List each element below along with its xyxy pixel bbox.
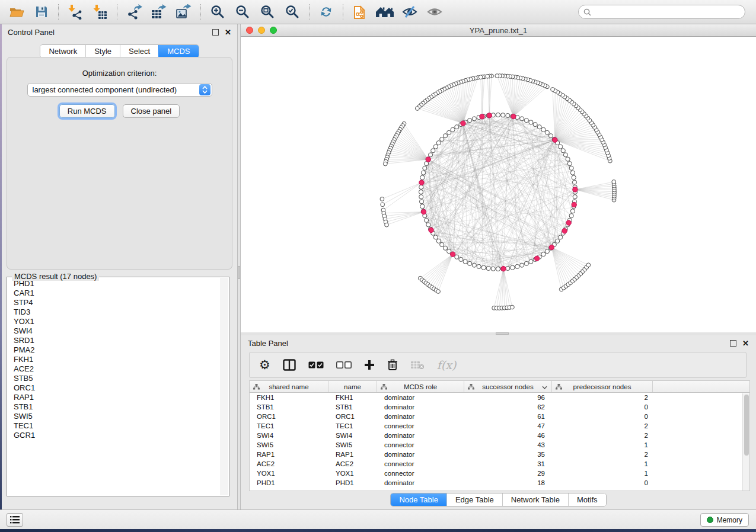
table-toolbar: ⚙ f(x) xyxy=(249,352,747,378)
cell-predecessor-nodes: 0 xyxy=(552,412,653,421)
table-settings-gear-icon[interactable]: ⚙ xyxy=(259,356,270,374)
save-icon[interactable] xyxy=(31,2,52,21)
tab-network[interactable]: Network xyxy=(40,45,85,57)
zoom-out-icon[interactable] xyxy=(232,2,253,21)
result-node-item[interactable]: YOX1 xyxy=(8,317,220,326)
table-header-row: shared namenameMCDS rolesuccessor nodesp… xyxy=(250,381,749,393)
table-row[interactable]: SWI5SWI5connector431 xyxy=(250,440,749,450)
cell-name: ACE2 xyxy=(328,459,377,469)
tab-mcds[interactable]: MCDS xyxy=(158,45,198,57)
memory-status-icon xyxy=(707,517,713,523)
result-node-item[interactable]: SRD1 xyxy=(8,336,220,345)
network-file-icon[interactable] xyxy=(349,2,371,21)
cell-shared-name: SWI5 xyxy=(250,440,328,450)
refresh-icon[interactable] xyxy=(315,2,337,21)
column-header-shared-name[interactable]: shared name xyxy=(250,381,328,392)
result-node-item[interactable]: STB5 xyxy=(8,374,220,383)
import-network-icon[interactable] xyxy=(65,2,86,21)
column-header-name[interactable]: name xyxy=(328,381,377,392)
tab-style[interactable]: Style xyxy=(85,45,120,57)
float-panel-icon[interactable] xyxy=(730,340,736,347)
cell-shared-name: STB1 xyxy=(250,402,328,412)
cell-MCDS-role: connector xyxy=(377,440,464,450)
export-network-icon[interactable] xyxy=(123,2,145,21)
tab-network-table[interactable]: Network Table xyxy=(502,493,568,506)
optimization-criterion-select[interactable]: largest connected component (undirected) xyxy=(27,83,212,97)
result-node-item[interactable]: SWI5 xyxy=(8,412,220,421)
cell-MCDS-role: dominator xyxy=(377,402,464,412)
network-window-titlebar[interactable]: YPA_prune.txt_1 xyxy=(241,24,756,37)
open-folder-icon[interactable] xyxy=(6,2,27,21)
table-body: FKH1FKH1dominator962STB1STB1dominator620… xyxy=(250,393,749,488)
result-node-item[interactable]: PMA2 xyxy=(8,345,220,355)
table-row[interactable]: TEC1TEC1connector472 xyxy=(250,421,749,431)
result-node-item[interactable]: TEC1 xyxy=(8,421,220,431)
tab-node-table[interactable]: Node Table xyxy=(391,493,446,506)
result-node-item[interactable]: STP4 xyxy=(8,298,220,307)
cell-successor-nodes: 35 xyxy=(464,450,552,459)
result-node-item[interactable]: FKH1 xyxy=(8,355,220,364)
result-list-scrollbar[interactable] xyxy=(221,278,228,495)
close-panel-icon[interactable]: ✕ xyxy=(225,29,231,36)
status-bar: Memory xyxy=(0,509,756,529)
mcds-result-box: MCDS result (17 nodes) PHD1CAR1STP4TID3Y… xyxy=(7,277,229,496)
zoom-selected-icon[interactable] xyxy=(282,2,303,21)
result-node-item[interactable]: STB1 xyxy=(8,402,220,412)
cell-shared-name: ACE2 xyxy=(250,459,328,469)
show-columns-icon[interactable] xyxy=(283,356,296,374)
control-panel: Control Panel ✕ NetworkStyleSelectMCDS O… xyxy=(2,24,237,509)
export-image-icon[interactable] xyxy=(173,2,194,21)
network-canvas[interactable] xyxy=(241,37,756,332)
close-panel-button[interactable]: Close panel xyxy=(123,104,180,118)
import-table-icon[interactable] xyxy=(90,2,111,21)
show-eye-icon[interactable] xyxy=(424,2,445,21)
search-input[interactable] xyxy=(594,8,740,16)
column-header-successor-nodes[interactable]: successor nodes xyxy=(464,381,552,392)
column-header-MCDS-role[interactable]: MCDS role xyxy=(377,381,464,392)
result-node-item[interactable]: GCR1 xyxy=(8,431,220,440)
export-table-icon[interactable] xyxy=(148,2,170,21)
zoom-fit-icon[interactable] xyxy=(257,2,278,21)
result-node-item[interactable]: ACE2 xyxy=(8,364,220,374)
add-column-icon[interactable] xyxy=(364,356,375,374)
table-panel: Table Panel ✕ ⚙ xyxy=(241,335,756,509)
float-panel-icon[interactable] xyxy=(212,29,219,36)
table-row[interactable]: FKH1FKH1dominator962 xyxy=(250,393,749,402)
run-mcds-button[interactable]: Run MCDS xyxy=(59,104,115,118)
table-scrollbar[interactable] xyxy=(742,393,749,491)
hide-eye-icon[interactable] xyxy=(399,2,420,21)
result-node-item[interactable]: CAR1 xyxy=(8,289,220,298)
cell-predecessor-nodes: 2 xyxy=(552,450,653,459)
column-header-predecessor-nodes[interactable]: predecessor nodes xyxy=(552,381,653,392)
result-node-item[interactable]: SWI4 xyxy=(8,326,220,336)
table-row[interactable]: STB1STB1dominator620 xyxy=(250,402,749,412)
cell-MCDS-role: connector xyxy=(377,459,464,469)
control-panel-tabs: NetworkStyleSelectMCDS xyxy=(40,44,199,58)
splitter-grip[interactable] xyxy=(238,266,240,279)
result-node-item[interactable]: ORC1 xyxy=(8,383,220,393)
tab-edge-table[interactable]: Edge Table xyxy=(446,493,502,506)
table-row[interactable]: PHD1PHD1dominator180 xyxy=(250,478,749,488)
select-all-icon[interactable] xyxy=(308,356,324,374)
result-node-item[interactable]: PHD1 xyxy=(8,279,220,289)
result-node-item[interactable]: TID3 xyxy=(8,307,220,317)
close-panel-icon[interactable]: ✕ xyxy=(742,340,749,347)
home-icon[interactable] xyxy=(374,2,395,21)
deselect-all-icon[interactable] xyxy=(336,356,352,374)
zoom-in-icon[interactable] xyxy=(207,2,228,21)
tab-motifs[interactable]: Motifs xyxy=(568,493,606,506)
tab-select[interactable]: Select xyxy=(120,45,158,57)
scrollbar-thumb[interactable] xyxy=(744,395,749,456)
result-node-item[interactable]: RAP1 xyxy=(8,393,220,402)
delete-column-icon[interactable] xyxy=(387,356,398,374)
search-field[interactable] xyxy=(578,5,745,19)
task-history-button[interactable] xyxy=(7,513,23,527)
cell-name: TEC1 xyxy=(328,421,377,431)
table-row[interactable]: YOX1YOX1connector291 xyxy=(250,469,749,478)
table-row[interactable]: ORC1ORC1dominator610 xyxy=(250,412,749,421)
table-row[interactable]: RAP1RAP1dominator352 xyxy=(250,450,749,459)
table-row[interactable]: ACE2ACE2connector311 xyxy=(250,459,749,469)
memory-button[interactable]: Memory xyxy=(700,513,749,527)
splitter-grip[interactable] xyxy=(496,332,509,335)
table-row[interactable]: SWI4SWI4dominator462 xyxy=(250,431,749,440)
